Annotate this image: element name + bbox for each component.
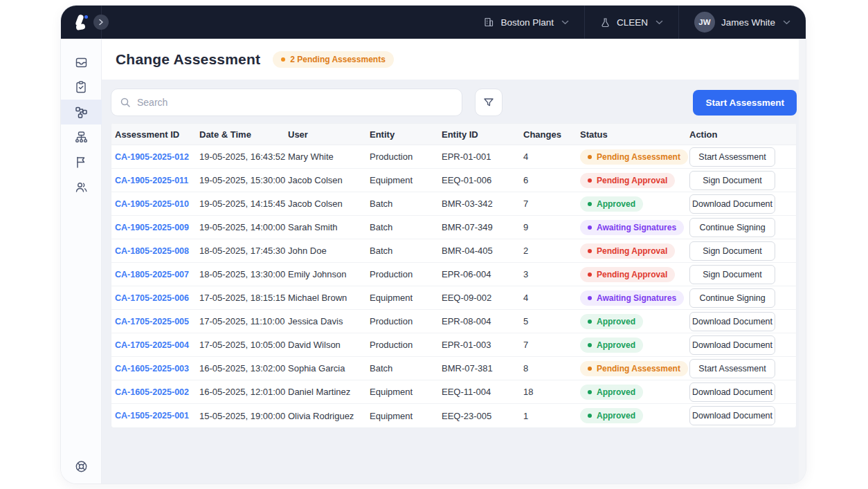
user-cell: Sarah Smith — [288, 222, 370, 232]
app-frame: Boston Plant CLEEN JW James White — [61, 6, 806, 483]
row-action-button[interactable]: Download Document — [689, 194, 775, 214]
entity-cell: Production — [370, 316, 442, 326]
row-action-button[interactable]: Download Document — [689, 335, 775, 355]
chevron-down-icon — [655, 20, 663, 25]
datetime-cell: 19-05-2025, 15:30:00 — [199, 175, 288, 185]
table-row: CA-1905-2025-009 19-05-2025, 14:00:00 Sa… — [111, 216, 796, 239]
status-dot-icon — [588, 155, 592, 159]
search-icon — [120, 97, 131, 108]
sidebar-item-users[interactable] — [61, 174, 102, 199]
datetime-cell: 19-05-2025, 14:15:45 — [199, 199, 288, 209]
changes-cell: 3 — [523, 269, 580, 279]
status-dot-icon — [588, 178, 592, 183]
sidebar-item-tasks[interactable] — [61, 75, 102, 100]
inbox-icon — [74, 55, 89, 70]
changes-cell: 9 — [523, 222, 580, 232]
status-badge: Approved — [580, 196, 643, 212]
status-badge: Pending Approval — [580, 173, 675, 188]
assessment-id-link[interactable]: CA-1905-2025-010 — [115, 199, 199, 209]
user-cell: Daniel Martinez — [288, 387, 370, 397]
assessment-id-link[interactable]: CA-1805-2025-007 — [115, 270, 199, 279]
row-action-button[interactable]: Start Assessment — [689, 147, 775, 167]
row-action-button[interactable]: Continue Signing — [689, 218, 775, 237]
row-action-button[interactable]: Download Document — [689, 382, 775, 402]
assessment-id-link[interactable]: CA-1805-2025-008 — [115, 246, 199, 256]
flask-icon — [600, 17, 611, 28]
sidebar-item-inbox[interactable] — [61, 50, 102, 75]
entity-cell: Batch — [370, 222, 442, 232]
row-action-button[interactable]: Continue Signing — [689, 288, 775, 308]
status-dot-icon — [588, 390, 592, 394]
datetime-cell: 17-05-2025, 18:15:15 — [199, 293, 288, 303]
changes-cell: 6 — [523, 175, 580, 185]
row-action-button[interactable]: Sign Document — [689, 171, 775, 190]
entity-id-cell: BMR-07-349 — [442, 222, 523, 232]
status-dot-icon — [588, 225, 592, 230]
sidebar-item-hierarchy[interactable] — [61, 124, 102, 149]
plant-label: Boston Plant — [500, 17, 554, 28]
status-badge: Awaiting Signatures — [580, 290, 684, 306]
user-cell: David Wilson — [288, 340, 370, 350]
company-selector[interactable]: CLEEN — [584, 6, 678, 39]
table-row: CA-1705-2025-005 17-05-2025, 11:10:00 Je… — [111, 310, 796, 333]
status-dot-icon — [588, 414, 592, 418]
status-badge: Approved — [580, 385, 643, 400]
entity-cell: Batch — [370, 363, 442, 373]
entity-cell: Equipment — [370, 387, 442, 397]
row-action-button[interactable]: Download Document — [689, 406, 775, 425]
changes-cell: 5 — [523, 316, 580, 326]
entity-id-cell: EPR-06-004 — [442, 269, 523, 279]
user-cell: John Doe — [288, 246, 370, 256]
status-label: Pending Assessment — [597, 152, 680, 162]
sidebar-item-flags[interactable] — [61, 149, 102, 174]
assessment-id-link[interactable]: CA-1705-2025-005 — [115, 317, 199, 326]
plant-selector[interactable]: Boston Plant — [468, 6, 584, 39]
entity-id-cell: BMR-03-342 — [442, 199, 523, 209]
chevron-down-icon — [561, 20, 569, 25]
scrollbar[interactable] — [799, 39, 806, 483]
sidebar-collapse-button[interactable] — [93, 15, 109, 30]
start-assessment-button[interactable]: Start Assessment — [693, 90, 797, 116]
status-dot-icon — [588, 273, 592, 277]
pending-badge-label: 2 Pending Assessments — [290, 55, 386, 64]
row-action-button[interactable]: Sign Document — [689, 265, 775, 284]
user-menu[interactable]: JW James White — [678, 6, 806, 39]
row-action-button[interactable]: Start Assessment — [689, 359, 775, 378]
toolbar: Start Assessment — [111, 89, 797, 116]
assessment-id-link[interactable]: CA-1705-2025-006 — [115, 293, 199, 303]
assessment-id-link[interactable]: CA-1905-2025-009 — [115, 223, 199, 232]
column-header: Status — [580, 129, 689, 140]
entity-id-cell: EPR-01-003 — [442, 340, 523, 350]
status-label: Pending Approval — [597, 270, 667, 279]
sidebar-item-change-assessment[interactable] — [61, 100, 102, 124]
row-action-button[interactable]: Sign Document — [689, 241, 775, 261]
filter-icon — [483, 97, 494, 108]
entity-id-cell: BMR-07-381 — [442, 363, 523, 373]
entity-id-cell: EEQ-01-006 — [442, 175, 523, 185]
topbar: Boston Plant CLEEN JW James White — [61, 6, 806, 39]
building-icon — [483, 17, 494, 28]
assessment-id-link[interactable]: CA-1605-2025-002 — [115, 387, 199, 397]
company-label: CLEEN — [617, 17, 648, 28]
datetime-cell: 18-05-2025, 13:30:00 — [199, 269, 288, 279]
sidebar-item-support[interactable] — [61, 459, 102, 474]
user-cell: Emily Johnson — [288, 269, 370, 279]
assessment-id-link[interactable]: CA-1505-2025-001 — [115, 411, 199, 421]
status-label: Pending Approval — [597, 246, 667, 256]
changes-cell: 18 — [523, 387, 580, 397]
assessment-id-link[interactable]: CA-1905-2025-012 — [115, 152, 199, 162]
user-cell: Michael Brown — [288, 293, 370, 303]
page-header: Change Assessment 2 Pending Assessments — [102, 39, 806, 80]
assessment-id-link[interactable]: CA-1905-2025-011 — [115, 176, 199, 185]
status-badge: Pending Approval — [580, 267, 675, 282]
user-cell: Sophia Garcia — [288, 363, 370, 373]
status-label: Approved — [597, 199, 635, 209]
column-header: Changes — [523, 129, 580, 140]
filter-button[interactable] — [475, 89, 503, 116]
row-action-button[interactable]: Download Document — [689, 312, 775, 331]
assessment-id-link[interactable]: CA-1705-2025-004 — [115, 340, 199, 350]
status-badge: Pending Assessment — [580, 361, 688, 376]
search-input[interactable] — [137, 97, 453, 108]
changes-cell: 7 — [523, 340, 580, 350]
assessment-id-link[interactable]: CA-1605-2025-003 — [115, 364, 199, 373]
